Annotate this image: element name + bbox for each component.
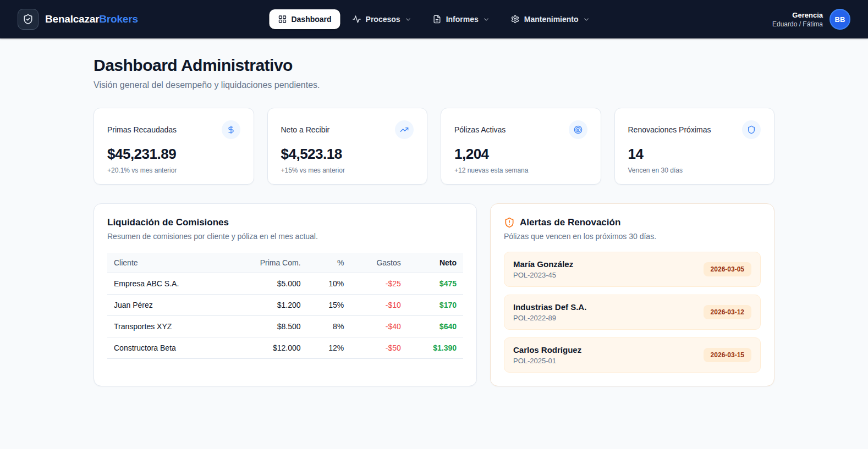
brand-logo[interactable] <box>18 9 39 30</box>
cell-pct: 8% <box>307 316 351 337</box>
gear-icon <box>511 15 520 24</box>
shield-icon <box>742 120 761 139</box>
cell-pct: 10% <box>307 273 351 295</box>
stat-note: +12 nuevas esta semana <box>454 167 587 174</box>
stat-label: Renovaciones Próximas <box>628 125 711 134</box>
table-row: Constructora Beta $12.000 12% -$50 $1.39… <box>107 337 463 359</box>
chevron-down-icon <box>583 16 590 23</box>
nav-item-informes[interactable]: Informes <box>424 9 499 29</box>
cell-prima: $12.000 <box>226 337 307 359</box>
stat-note: +20.1% vs mes anterior <box>107 167 240 174</box>
brand-name: BenalcazarBrokers <box>45 13 138 25</box>
alerts-subtitle: Pólizas que vencen en los próximos 30 dí… <box>504 232 761 241</box>
cell-neto: $170 <box>408 295 463 316</box>
nav-item-mantenimiento[interactable]: Mantenimiento <box>502 9 599 29</box>
alert-client-name: Carlos Rodríguez <box>513 345 581 354</box>
alert-policy-number: POL-2025-01 <box>513 357 581 365</box>
main-content: Dashboard Administrativo Visión general … <box>94 38 774 386</box>
user-area: Gerencia Eduardo / Fátima BB <box>772 9 850 30</box>
alert-client-name: María González <box>513 259 573 269</box>
user-names: Eduardo / Fátima <box>772 20 823 28</box>
alert-date-badge: 2026-03-12 <box>704 305 751 319</box>
cell-cliente: Constructora Beta <box>107 337 226 359</box>
stat-card-neto: Neto a Recibir $4,523.18 +15% vs mes ant… <box>267 108 428 185</box>
page-title: Dashboard Administrativo <box>94 56 774 75</box>
alert-policy-number: POL-2023-45 <box>513 271 573 279</box>
cell-neto: $640 <box>408 316 463 337</box>
nav-label-mantenimiento: Mantenimiento <box>524 15 579 24</box>
alert-item: Industrias Def S.A. POL-2022-89 2026-03-… <box>504 295 761 330</box>
alert-item: Carlos Rodríguez POL-2025-01 2026-03-15 <box>504 337 761 373</box>
nav-label-dashboard: Dashboard <box>291 15 331 24</box>
stat-value: $4,523.18 <box>281 146 414 163</box>
target-icon <box>569 120 587 139</box>
commissions-subtitle: Resumen de comisiones por cliente y póli… <box>107 232 463 241</box>
nav-item-dashboard[interactable]: Dashboard <box>269 9 340 29</box>
table-row: Empresa ABC S.A. $5.000 10% -$25 $475 <box>107 273 463 295</box>
brand-name-secondary: Brokers <box>99 13 138 25</box>
top-navbar: BenalcazarBrokers Dashboard Procesos <box>0 0 868 38</box>
activity-icon <box>353 15 361 24</box>
stat-card-renovaciones: Renovaciones Próximas 14 Vencen en 30 dí… <box>614 108 775 185</box>
cell-prima: $8.500 <box>226 316 307 337</box>
avatar[interactable]: BB <box>829 9 850 30</box>
alert-client-name: Industrias Def S.A. <box>513 302 586 312</box>
cell-cliente: Transportes XYZ <box>107 316 226 337</box>
user-role: Gerencia <box>772 11 823 19</box>
alert-date-badge: 2026-03-15 <box>704 348 751 362</box>
table-row: Transportes XYZ $8.500 8% -$40 $640 <box>107 316 463 337</box>
dollar-icon <box>222 120 240 139</box>
renewal-alerts-card: Alertas de Renovación Pólizas que vencen… <box>490 203 774 386</box>
alert-item: María González POL-2023-45 2026-03-05 <box>504 252 761 287</box>
nav-label-informes: Informes <box>446 15 479 24</box>
stat-label: Pólizas Activas <box>454 125 506 134</box>
stat-label: Primas Recaudadas <box>107 125 177 134</box>
stat-card-primas: Primas Recaudadas $45,231.89 +20.1% vs m… <box>94 108 254 185</box>
shield-check-icon <box>23 14 34 25</box>
main-nav: Dashboard Procesos Informes <box>269 9 598 29</box>
commissions-title: Liquidación de Comisiones <box>107 217 463 228</box>
cell-pct: 15% <box>307 295 351 316</box>
cell-neto: $1.390 <box>408 337 463 359</box>
cell-pct: 12% <box>307 337 351 359</box>
brand[interactable]: BenalcazarBrokers <box>18 9 138 30</box>
alert-date-badge: 2026-03-05 <box>704 262 751 276</box>
cell-gastos: -$10 <box>350 295 407 316</box>
nav-item-procesos[interactable]: Procesos <box>344 9 421 29</box>
cell-gastos: -$50 <box>350 337 407 359</box>
trending-up-icon <box>395 120 414 139</box>
stat-value: $45,231.89 <box>107 146 240 163</box>
stat-note: Vencen en 30 días <box>628 167 761 174</box>
bottom-panels: Liquidación de Comisiones Resumen de com… <box>94 203 774 386</box>
cell-neto: $475 <box>408 273 463 295</box>
alert-policy-number: POL-2022-89 <box>513 314 586 322</box>
table-row: Juan Pérez $1.200 15% -$10 $170 <box>107 295 463 316</box>
cell-cliente: Empresa ABC S.A. <box>107 273 226 295</box>
commissions-card: Liquidación de Comisiones Resumen de com… <box>94 203 477 386</box>
stat-card-polizas: Pólizas Activas 1,204 +12 nuevas esta se… <box>441 108 601 185</box>
col-header-pct: % <box>307 253 351 273</box>
cell-gastos: -$25 <box>350 273 407 295</box>
chevron-down-icon <box>483 16 490 23</box>
commissions-table: Cliente Prima Com. % Gastos Neto Empresa… <box>107 253 463 359</box>
col-header-prima: Prima Com. <box>226 253 307 273</box>
grid-icon <box>278 15 287 24</box>
cell-prima: $1.200 <box>226 295 307 316</box>
nav-label-procesos: Procesos <box>366 15 400 24</box>
table-header-row: Cliente Prima Com. % Gastos Neto <box>107 253 463 273</box>
cell-prima: $5.000 <box>226 273 307 295</box>
cell-cliente: Juan Pérez <box>107 295 226 316</box>
file-text-icon <box>433 15 442 24</box>
stat-label: Neto a Recibir <box>281 125 330 134</box>
cell-gastos: -$40 <box>350 316 407 337</box>
stat-value: 1,204 <box>454 146 587 163</box>
stat-note: +15% vs mes anterior <box>281 167 414 174</box>
col-header-gastos: Gastos <box>350 253 407 273</box>
col-header-neto: Neto <box>408 253 463 273</box>
stat-value: 14 <box>628 146 761 163</box>
alerts-title: Alertas de Renovación <box>520 217 620 228</box>
col-header-cliente: Cliente <box>107 253 226 273</box>
brand-name-primary: Benalcazar <box>45 13 99 25</box>
page-subtitle: Visión general del desempeño y liquidaci… <box>94 80 774 90</box>
shield-alert-icon <box>504 217 515 228</box>
